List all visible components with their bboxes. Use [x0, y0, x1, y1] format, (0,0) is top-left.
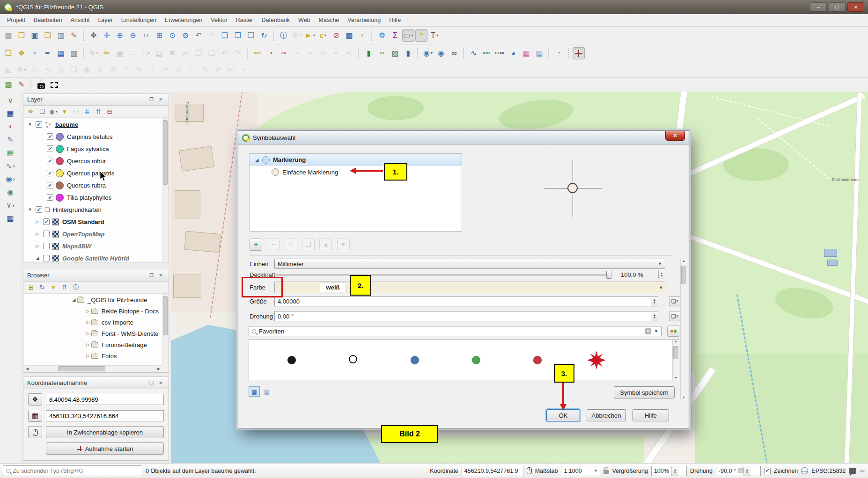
grid-overlay-tool-icon[interactable]: ▦: [4, 212, 16, 225]
photo-layer-plugin-icon[interactable]: ▨: [389, 47, 401, 59]
cancel-button[interactable]: Abbrechen: [587, 409, 626, 421]
symbol-root-row[interactable]: ◢ Markierung: [250, 154, 462, 166]
maximize-button[interactable]: ▢: [829, 2, 846, 12]
layer-diagram-icon[interactable]: ◔: [265, 47, 277, 59]
expand-caret-icon[interactable]: ▷: [34, 219, 41, 224]
opacity-slider-handle[interactable]: [606, 271, 611, 279]
layer-row-species[interactable]: ✔ Quercus palustris: [24, 167, 162, 179]
favorites-filter-combo[interactable]: Favoriten ✕ ▼: [249, 326, 662, 336]
datasource-manager-icon[interactable]: ❒: [2, 47, 15, 59]
save-project-icon[interactable]: ▣: [29, 29, 41, 42]
menu-hilfe[interactable]: Hilfe: [385, 15, 405, 25]
select-region-screenshot-icon[interactable]: [48, 79, 60, 91]
icon-view-toggle[interactable]: ▦: [249, 386, 260, 397]
expand-caret-icon[interactable]: ▷: [85, 331, 91, 336]
layer-row-basemap[interactable]: ▷ OpenTopoMap: [24, 228, 162, 240]
save-symbol-button[interactable]: Symbol speichern: [614, 386, 675, 398]
menu-projekt[interactable]: Projekt: [3, 15, 29, 25]
refresh-browser-icon[interactable]: ↻: [37, 282, 47, 293]
swatch-red-circle[interactable]: [533, 356, 542, 364]
layer-checkbox[interactable]: ✔: [47, 133, 53, 140]
geo-tool-icon[interactable]: ◉: [4, 186, 16, 198]
photo-import-camera-icon[interactable]: [35, 79, 47, 91]
layer-row-species[interactable]: ✔ Tilia platyphyllos: [24, 191, 162, 203]
select-by-expression-icon[interactable]: ε▾: [317, 29, 329, 42]
raster-tool-icon[interactable]: ▦: [4, 108, 16, 120]
sketch-map-plugin-icon[interactable]: ✎: [15, 79, 28, 91]
rotation-spinbox[interactable]: -90,0 °✕▲▼: [716, 466, 761, 476]
new-temporary-scratch-layer-icon[interactable]: ✒: [42, 47, 54, 59]
swatch-green-circle[interactable]: [472, 356, 480, 364]
list-view-toggle[interactable]: ▤: [261, 386, 272, 397]
title-bar[interactable]: *QGIS für Pilzfreunde 21 - QGIS ─ ▢ ✕: [0, 0, 868, 14]
rotation-spinner[interactable]: ▲▼: [651, 311, 658, 321]
show-bookmarks-icon[interactable]: ❒: [232, 29, 244, 42]
open-project-icon[interactable]: ❐: [15, 29, 28, 42]
polygon-grid-tool-icon[interactable]: ▦: [4, 147, 16, 159]
new-mesh-layer-icon[interactable]: ▦: [55, 47, 67, 59]
html-tools-icon[interactable]: HTML: [494, 47, 506, 59]
filter-legend-icon[interactable]: ▼: [59, 107, 70, 117]
rotation-override-button[interactable]: ❏▾: [669, 311, 680, 321]
swatch-red-star[interactable]: [587, 351, 606, 369]
crs-globe-icon[interactable]: [801, 467, 808, 474]
edit-indicator-icon[interactable]: ✑: [860, 467, 865, 475]
metasearch-catalog-icon[interactable]: ∞: [448, 47, 460, 59]
float-panel-icon[interactable]: ❐: [147, 272, 155, 279]
swatch-blue-circle[interactable]: [411, 356, 419, 364]
zoom-in-icon[interactable]: ⊕: [114, 29, 126, 42]
collapse-caret-icon[interactable]: ◢: [254, 158, 260, 162]
browser-horizontal-scrollbar[interactable]: ◀ ▶: [24, 365, 162, 372]
scale-combobox[interactable]: 1:1000▼: [561, 466, 600, 476]
labeling-options-icon[interactable]: ab: [278, 47, 290, 59]
float-panel-icon[interactable]: ❐: [147, 379, 155, 387]
close-panel-icon[interactable]: ✕: [157, 96, 165, 103]
lock-scale-icon[interactable]: [603, 470, 609, 474]
vector-selection-tool-icon[interactable]: ∨: [4, 94, 16, 107]
collapse-caret-icon[interactable]: ▼: [27, 207, 33, 212]
layer-checkbox[interactable]: ✔: [36, 206, 42, 213]
new-virtual-layer-icon[interactable]: ▥: [68, 47, 80, 59]
dialog-close-icon[interactable]: ✕: [665, 131, 685, 141]
add-symbol-layer-icon[interactable]: ＋: [250, 239, 262, 251]
expand-caret-icon[interactable]: ▷: [34, 232, 41, 236]
expand-caret-icon[interactable]: ▷: [34, 244, 41, 248]
float-panel-icon[interactable]: ❐: [147, 96, 155, 103]
browser-panel-scrollbar[interactable]: [162, 294, 168, 365]
open-layer-styling-icon[interactable]: ✏: [26, 107, 36, 117]
start-capture-button[interactable]: Aufnahme starten: [46, 442, 164, 455]
offline-editing-icon[interactable]: ▮: [363, 47, 375, 59]
save-project-as-icon[interactable]: ❏: [42, 29, 54, 42]
toggle-editing-icon[interactable]: ✏: [101, 47, 113, 59]
layer-checkbox[interactable]: ✔: [36, 121, 42, 128]
layer-row-species[interactable]: ✔ Carpinus betulus: [24, 130, 162, 143]
browser-row-folder[interactable]: ▷ Fotos: [24, 350, 162, 362]
dialog-titlebar[interactable]: Symbolauswahl ✕: [238, 131, 689, 145]
wgs84-coordinate-field[interactable]: [46, 394, 164, 405]
layer-row-species[interactable]: ✔ Fagus sylvatica: [24, 143, 162, 155]
field-calculator-icon[interactable]: #: [356, 29, 368, 42]
layer-panel-scrollbar[interactable]: [162, 118, 168, 261]
help-button[interactable]: Hilfe: [633, 409, 669, 421]
clear-rotation-icon[interactable]: ✕: [738, 468, 743, 473]
menu-datenbank[interactable]: Datenbank: [257, 15, 294, 25]
menu-web[interactable]: Web: [294, 15, 314, 25]
open-attribute-table-icon[interactable]: ▦: [343, 29, 355, 42]
menu-verarbeitung[interactable]: Verarbeitung: [343, 15, 385, 25]
close-panel-icon[interactable]: ✕: [157, 379, 165, 387]
expand-all-icon[interactable]: ⇊: [82, 107, 92, 117]
color-palette-plugin-icon[interactable]: ▦: [520, 47, 532, 59]
copy-to-clipboard-button[interactable]: In Zwischenablage kopieren: [46, 426, 164, 438]
text-annotation-icon[interactable]: T▾: [428, 29, 441, 42]
close-button[interactable]: ✕: [847, 2, 864, 12]
globe-plugin-icon[interactable]: ◕: [507, 47, 519, 59]
wms-services-icon[interactable]: ◉▾: [422, 47, 434, 59]
map-theme-plugin-icon[interactable]: ▩: [2, 79, 15, 91]
layer-row-species[interactable]: ✔ Quercus rubra: [24, 179, 162, 191]
statistics-panel-icon[interactable]: Σ: [389, 29, 401, 42]
swatch-black-circle[interactable]: [287, 356, 296, 364]
select-features-icon[interactable]: ►▾: [304, 29, 316, 42]
layer-checkbox[interactable]: ✔: [47, 158, 53, 164]
expand-caret-icon[interactable]: ▷: [85, 309, 91, 313]
grid-plugin-icon[interactable]: ▦: [533, 47, 545, 59]
